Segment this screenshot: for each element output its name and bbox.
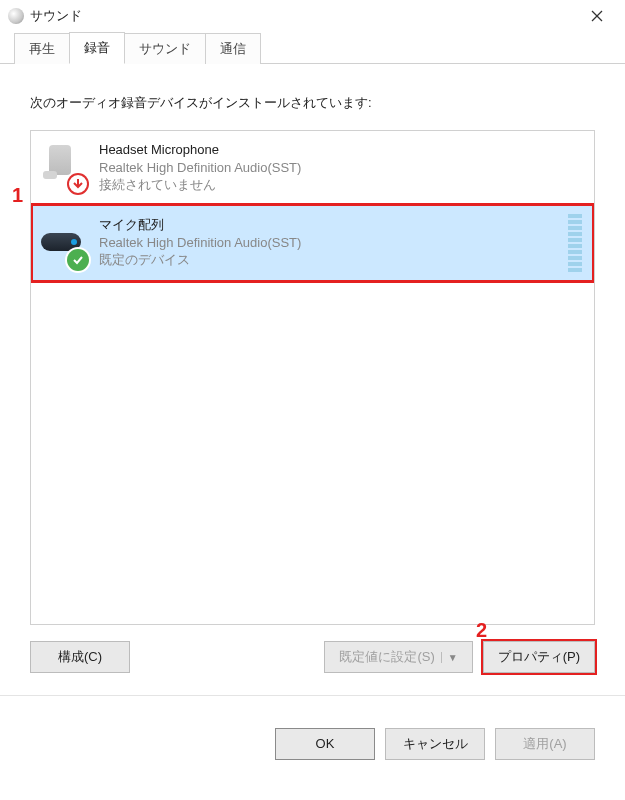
set-default-label: 既定値に設定(S): [339, 648, 434, 666]
tab-communications[interactable]: 通信: [205, 33, 261, 64]
device-item-mic-array[interactable]: マイク配列 Realtek High Definition Audio(SST)…: [31, 204, 594, 282]
device-status: 既定のデバイス: [99, 251, 554, 269]
device-driver: Realtek High Definition Audio(SST): [99, 159, 582, 177]
close-button[interactable]: [577, 0, 617, 32]
set-default-button[interactable]: 既定値に設定(S) ▼: [324, 641, 472, 673]
apply-button[interactable]: 適用(A): [495, 728, 595, 760]
instruction-text: 次のオーディオ録音デバイスがインストールされています:: [30, 94, 595, 112]
device-name: マイク配列: [99, 216, 554, 234]
chevron-down-icon: ▼: [441, 652, 458, 663]
level-meter: [568, 214, 582, 272]
dialog-button-row: OK キャンセル 適用(A): [0, 695, 625, 767]
annotation-1: 1: [12, 184, 23, 207]
title-bar: サウンド: [0, 0, 625, 32]
device-list[interactable]: Headset Microphone Realtek High Definiti…: [30, 130, 595, 625]
cancel-button[interactable]: キャンセル: [385, 728, 485, 760]
annotation-2: 2: [476, 619, 487, 642]
device-status: 接続されていません: [99, 176, 582, 194]
tab-sounds[interactable]: サウンド: [124, 33, 206, 64]
tab-content: 次のオーディオ録音デバイスがインストールされています: 1 Headset Mi…: [0, 64, 625, 673]
ok-button[interactable]: OK: [275, 728, 375, 760]
window-title: サウンド: [30, 7, 577, 25]
device-text: Headset Microphone Realtek High Definiti…: [99, 141, 582, 194]
device-driver: Realtek High Definition Audio(SST): [99, 234, 554, 252]
tab-recording[interactable]: 録音: [69, 32, 125, 64]
config-button-row: 構成(C) 既定値に設定(S) ▼ 2 プロパティ(P): [30, 641, 595, 673]
device-item-headset[interactable]: Headset Microphone Realtek High Definiti…: [31, 131, 594, 204]
device-text: マイク配列 Realtek High Definition Audio(SST)…: [99, 216, 554, 269]
device-icon-headset: [37, 143, 85, 191]
default-device-icon: [67, 249, 89, 271]
tab-strip: 再生 録音 サウンド 通信: [0, 32, 625, 64]
app-icon: [8, 8, 24, 24]
disconnected-icon: [67, 173, 89, 195]
tab-playback[interactable]: 再生: [14, 33, 70, 64]
device-name: Headset Microphone: [99, 141, 582, 159]
close-icon: [591, 10, 603, 22]
device-icon-mic-array: [37, 219, 85, 267]
properties-button[interactable]: プロパティ(P): [483, 641, 595, 673]
configure-button[interactable]: 構成(C): [30, 641, 130, 673]
